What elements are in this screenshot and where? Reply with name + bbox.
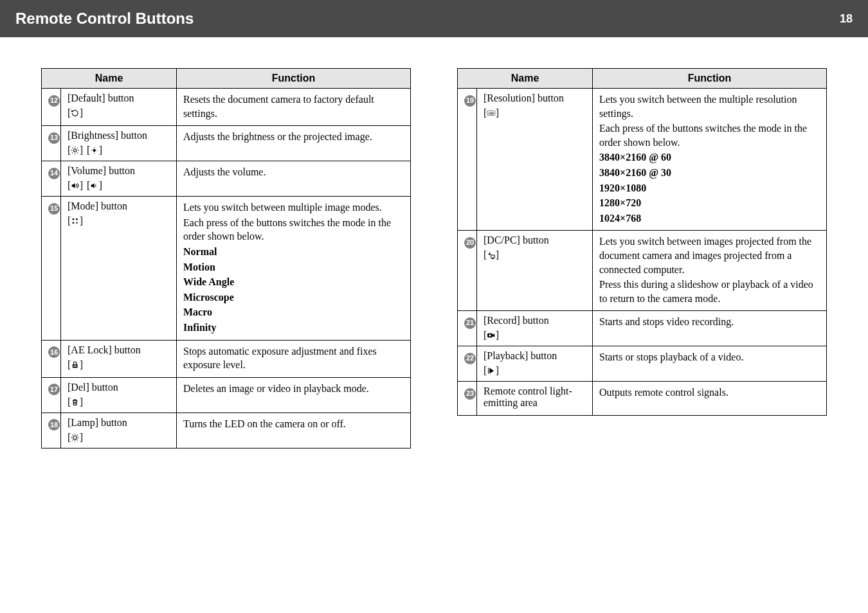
button-label: [Volume] button [68, 165, 170, 177]
button-name-cell: [Record] button[] [477, 311, 593, 346]
number-badge: 16 [48, 346, 60, 358]
row-index: 16 [42, 340, 61, 377]
number-badge: 13 [48, 132, 60, 144]
function-line: Adjusts the volume. [183, 165, 404, 179]
table-row: 15[Mode] button[]Lets you switch between… [42, 197, 411, 340]
button-label: [Record] button [484, 315, 586, 326]
svg-point-9 [93, 149, 96, 152]
function-cell: Starts or stops playback of a video. [593, 346, 827, 382]
row-index: 18 [42, 413, 61, 448]
playback-icon: [] [484, 364, 499, 377]
button-name-cell: [Volume] button[][] [61, 161, 177, 197]
function-line: Each press of the buttons switches the m… [599, 121, 820, 149]
page-header: Remote Control Buttons 18 [0, 0, 868, 37]
table-row: 18[Lamp] button[]Turns the LED on the ca… [42, 413, 411, 448]
function-line: Deletes an image or video in playback mo… [183, 382, 404, 396]
svg-point-15 [76, 218, 78, 220]
icon-row: [][] [68, 144, 170, 157]
function-line: 1280×720 [599, 196, 820, 210]
icon-row: [] [484, 329, 586, 342]
button-label: [Lamp] button [68, 417, 170, 429]
function-line: Normal [183, 245, 404, 259]
button-name-cell: [Default] button[] [61, 89, 177, 126]
button-label: [Brightness] button [68, 130, 170, 141]
page-number: 18 [840, 12, 853, 26]
function-line: Wide Angle [183, 275, 404, 289]
function-line: Outputs remote control signals. [599, 386, 820, 400]
svg-line-26 [77, 440, 78, 440]
default-icon: [] [68, 107, 83, 120]
function-line: Lets you switch between multiple image m… [183, 200, 404, 215]
svg-line-5 [73, 148, 73, 148]
number-badge: 22 [464, 353, 476, 364]
table-row: 23Remote control light-emitting areaOutp… [458, 382, 827, 416]
row-index: 20 [458, 231, 477, 311]
function-line: 3840×2160 @ 30 [599, 166, 820, 180]
col-header-function: Function [177, 69, 411, 89]
function-line: Adjusts the brightness or the projected … [183, 130, 404, 144]
button-name-cell: [AE Lock] button[AE] [61, 340, 177, 377]
content-area: Name Function 12[Default] button[]Resets… [0, 37, 868, 479]
brightness-down-icon: [] [87, 144, 102, 157]
dc-pc-icon: [] [484, 249, 499, 262]
icon-row: [1080] [484, 107, 586, 120]
left-column: Name Function 12[Default] button[]Resets… [41, 68, 411, 449]
function-line: 1920×1080 [599, 181, 820, 195]
table-row: 20[DC/PC] button[]Lets you switch betwee… [458, 231, 827, 311]
col-header-name: Name [458, 69, 593, 89]
function-cell: Adjusts the volume. [177, 161, 411, 197]
svg-point-16 [73, 222, 75, 224]
svg-line-6 [77, 153, 78, 154]
button-name-cell: Remote control light-emitting area [477, 382, 593, 416]
row-index: 23 [458, 382, 477, 416]
function-cell: Turns the LED on the camera on or off. [177, 413, 411, 448]
svg-line-7 [73, 153, 73, 154]
col-header-name: Name [42, 69, 177, 89]
button-name-cell: [Resolution] button[1080] [477, 89, 593, 231]
function-cell: Stops automatic exposure adjustment and … [177, 340, 411, 377]
button-name-cell: [DC/PC] button[] [477, 231, 593, 311]
number-badge: 14 [48, 168, 60, 179]
row-index: 21 [458, 311, 477, 346]
function-line: Lets you switch between images projected… [599, 235, 820, 276]
function-cell: Deletes an image or video in playback mo… [177, 377, 411, 413]
function-cell: Lets you switch between the multiple res… [593, 89, 827, 231]
svg-rect-35 [489, 368, 489, 374]
svg-point-17 [77, 222, 78, 224]
svg-line-27 [73, 440, 73, 440]
svg-point-0 [74, 149, 77, 152]
function-line: Lets you switch between the multiple res… [599, 93, 820, 120]
number-badge: 17 [48, 384, 60, 395]
function-line: 3840×2160 @ 60 [599, 150, 820, 164]
number-badge: 19 [464, 95, 476, 107]
button-label: Remote control light-emitting area [484, 386, 586, 409]
table-row: 14[Volume] button[][]Adjusts the volume. [42, 161, 411, 197]
function-line: Resets the document camera to factory de… [183, 93, 404, 120]
button-label: [Playback] button [484, 350, 586, 362]
svg-text:1080: 1080 [489, 112, 495, 115]
function-line: Turns the LED on the camera on or off. [183, 417, 404, 431]
row-index: 17 [42, 377, 61, 413]
function-cell: Outputs remote control signals. [593, 382, 827, 416]
number-badge: 15 [48, 203, 60, 215]
button-name-cell: [Del] button[] [61, 377, 177, 413]
svg-line-28 [77, 434, 78, 435]
table-row: 21[Record] button[]Starts and stops vide… [458, 311, 827, 346]
resolution-1080-icon: [1080] [484, 107, 499, 120]
function-line: Macro [183, 305, 404, 319]
button-label: [Resolution] button [484, 93, 586, 104]
volume-down-icon: [] [87, 179, 102, 192]
table-row: 22[Playback] button[]Starts or stops pla… [458, 346, 827, 382]
record-icon: [] [484, 329, 499, 342]
function-cell: Lets you switch between images projected… [593, 231, 827, 311]
button-name-cell: [Playback] button[] [477, 346, 593, 382]
row-index: 14 [42, 161, 61, 197]
number-badge: 21 [464, 317, 476, 329]
number-badge: 20 [464, 237, 476, 249]
table-row: 19[Resolution] button[1080]Lets you swit… [458, 89, 827, 231]
function-line: Infinity [183, 321, 404, 335]
table-row: 12[Default] button[]Resets the document … [42, 89, 411, 126]
icon-row: [][] [68, 179, 170, 192]
function-line: Starts or stops playback of a video. [599, 350, 820, 364]
button-name-cell: [Lamp] button[] [61, 413, 177, 448]
